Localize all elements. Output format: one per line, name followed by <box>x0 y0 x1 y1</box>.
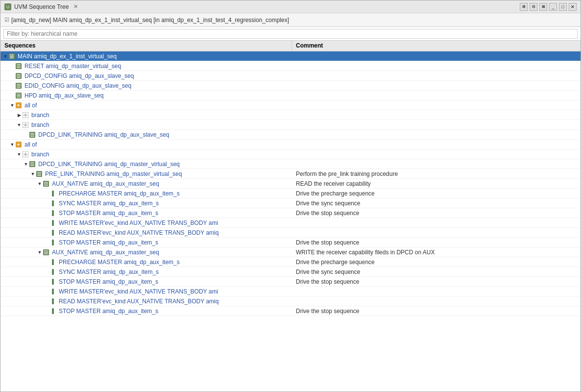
tree-toggle[interactable]: ▼ <box>23 161 29 167</box>
svg-rect-59 <box>52 259 54 265</box>
tree-toggle[interactable]: ▼ <box>37 181 43 187</box>
close-tab-icon[interactable]: ✕ <box>73 3 78 10</box>
tree-row[interactable]: READ MASTER'evc_kind AUX_NATIVE TRANS_BO… <box>0 296 581 306</box>
tree-toggle[interactable]: ▼ <box>9 142 15 147</box>
tree-row[interactable]: PRECHARGE MASTER amiq_dp_aux_item_sDrive… <box>0 257 581 267</box>
seq-name: DPCD_CONFIG amiq_dp_aux_slave_seq <box>24 73 134 79</box>
tree-row[interactable]: ▼branch <box>0 149 581 159</box>
col-sequences-header: Sequences <box>0 41 292 51</box>
comment-cell: Drive the stop sequence <box>292 278 581 286</box>
tree-toggle[interactable]: ▼ <box>2 53 8 59</box>
seq-icon <box>15 92 22 99</box>
comment-cell: WRITE the receiver capability fileds in … <box>292 248 581 256</box>
title-bar-left: U UVM Sequence Tree ✕ <box>4 3 78 10</box>
tree-row[interactable]: SYNC MASTER amiq_dp_aux_item_sDrive the … <box>0 198 581 208</box>
window-close-button[interactable]: ✕ <box>569 3 577 11</box>
tree-toggle <box>9 93 15 98</box>
tree-row[interactable]: ▼DPCD_LINK_TRAINING amiq_dp_master_virtu… <box>0 159 581 169</box>
tree-row[interactable]: ▼PRE_LINK_TRAINING amiq_dp_master_virtua… <box>0 169 581 179</box>
comment-cell <box>292 85 581 86</box>
tree-row[interactable]: SYNC MASTER amiq_dp_aux_item_sDrive the … <box>0 267 581 277</box>
tree-row[interactable]: ▼✦all of <box>0 100 581 110</box>
seq-cell: ▼branch <box>0 150 292 158</box>
seq-name: STOP MASTER amiq_dp_aux_item_s <box>59 308 158 315</box>
tree-toggle[interactable]: ▼ <box>16 151 22 157</box>
tree-toggle <box>44 210 49 216</box>
tree-toggle <box>9 63 15 69</box>
item-icon <box>49 308 56 315</box>
item-icon <box>49 259 56 266</box>
tree-row[interactable]: WRITE MASTER'evc_kind AUX_NATIVE TRANS_B… <box>0 218 581 228</box>
columns-button[interactable]: ⊠ <box>539 3 547 11</box>
item-icon <box>49 210 56 217</box>
window-icon: U <box>4 3 11 10</box>
branch-icon <box>22 151 29 158</box>
tree-toggle[interactable]: ▼ <box>16 122 22 128</box>
comment-cell <box>292 164 581 165</box>
svg-rect-53 <box>52 230 54 236</box>
tree-row[interactable]: ▶branch <box>0 110 581 120</box>
tree-row[interactable]: ▼branch <box>0 120 581 130</box>
tree-row[interactable]: DPCD_CONFIG amiq_dp_aux_slave_seq <box>0 71 581 81</box>
seq-name: AUX_NATIVE amiq_dp_aux_master_seq <box>52 180 159 187</box>
comment-cell: Perform the pre_link training procedure <box>292 170 581 178</box>
seq-name: STOP MASTER amiq_dp_aux_item_s <box>59 278 158 285</box>
tree-row[interactable]: EDID_CONFIG amiq_dp_aux_slave_seq <box>0 81 581 91</box>
seq-cell: SYNC MASTER amiq_dp_aux_item_s <box>0 268 292 276</box>
seq-name: AUX_NATIVE amiq_dp_aux_master_seq <box>52 249 159 256</box>
main-window: U UVM Sequence Tree ✕ ⊞ ⊟ ⊠ _ □ ✕ ☑ [ami… <box>0 0 581 392</box>
window-title: UVM Sequence Tree <box>14 3 69 10</box>
grid-button[interactable]: ⊞ <box>520 3 528 11</box>
tree-toggle[interactable]: ▼ <box>37 249 43 255</box>
tree-row[interactable]: PRECHARGE MASTER amiq_dp_aux_item_sDrive… <box>0 189 581 198</box>
tree-row[interactable]: ▼MAIN amiq_dp_ex_1_inst_virtual_seq <box>0 51 581 61</box>
tree-toggle <box>23 132 29 138</box>
tree-toggle[interactable]: ▶ <box>16 112 22 118</box>
seq-icon <box>43 249 49 256</box>
item-icon <box>49 200 56 207</box>
tree-toggle <box>44 298 49 304</box>
branch-icon <box>22 122 29 128</box>
comment-cell <box>292 154 581 155</box>
tree-row[interactable]: STOP MASTER amiq_dp_aux_item_sDrive the … <box>0 306 581 316</box>
filter-input[interactable] <box>3 29 578 39</box>
seq-cell: SYNC MASTER amiq_dp_aux_item_s <box>0 199 292 207</box>
seq-name: PRECHARGE MASTER amiq_dp_aux_item_s <box>59 190 180 197</box>
seq-name: EDID_CONFIG amiq_dp_aux_slave_seq <box>24 82 131 89</box>
col-comment-header: Comment <box>292 41 581 51</box>
view-button[interactable]: ⊟ <box>530 3 537 11</box>
tree-row[interactable]: STOP MASTER amiq_dp_aux_item_sDrive the … <box>0 277 581 287</box>
tree-row[interactable]: RESET amiq_dp_master_virtual_seq <box>0 61 581 71</box>
tree-row[interactable]: DPCD_LINK_TRAINING amiq_dp_aux_slave_seq <box>0 130 581 140</box>
seq-name: READ MASTER'evc_kind AUX_NATIVE TRANS_BO… <box>59 298 218 305</box>
tree-toggle[interactable]: ▼ <box>30 171 36 177</box>
content-area: Sequences Comment ▼MAIN amiq_dp_ex_1_ins… <box>0 41 581 392</box>
tree-row[interactable]: ▼AUX_NATIVE amiq_dp_aux_master_seqREAD t… <box>0 179 581 189</box>
item-icon <box>49 220 56 226</box>
tree-toggle <box>44 220 49 226</box>
tree-row[interactable]: READ MASTER'evc_kind AUX_NATIVE TRANS_BO… <box>0 228 581 238</box>
minimize-button[interactable]: _ <box>549 3 557 11</box>
tree-toggle[interactable]: ▼ <box>9 102 15 108</box>
maximize-button[interactable]: □ <box>559 3 567 11</box>
tree-container[interactable]: ▼MAIN amiq_dp_ex_1_inst_virtual_seqRESET… <box>0 51 581 392</box>
comment-cell: Drive the stop sequence <box>292 307 581 315</box>
tree-toggle <box>44 200 49 206</box>
seq-cell: ▼DPCD_LINK_TRAINING amiq_dp_master_virtu… <box>0 160 292 168</box>
tree-row[interactable]: WRITE MASTER'evc_kind AUX_NATIVE TRANS_B… <box>0 287 581 296</box>
tree-toggle <box>44 191 49 196</box>
item-icon <box>49 288 56 295</box>
seq-name: PRECHARGE MASTER amiq_dp_aux_item_s <box>59 259 180 266</box>
comment-cell <box>292 124 581 125</box>
seq-name: WRITE MASTER'evc_kind AUX_NATIVE TRANS_B… <box>59 220 218 226</box>
tree-row[interactable]: HPD amiq_dp_aux_slave_seq <box>0 91 581 100</box>
tree-row[interactable]: STOP MASTER amiq_dp_aux_item_sDrive the … <box>0 208 581 218</box>
tree-row[interactable]: ▼✦all of <box>0 140 581 149</box>
breadcrumb-text: [amiq_dp_new] MAIN amiq_dp_ex_1_inst_vir… <box>11 17 289 24</box>
tree-toggle <box>44 279 49 285</box>
seq-name: SYNC MASTER amiq_dp_aux_item_s <box>59 269 159 275</box>
seq-name: all of <box>24 141 37 148</box>
tree-row[interactable]: STOP MASTER amiq_dp_aux_item_sDrive the … <box>0 238 581 247</box>
seq-name: branch <box>31 112 49 119</box>
tree-row[interactable]: ▼AUX_NATIVE amiq_dp_aux_master_seqWRITE … <box>0 247 581 257</box>
